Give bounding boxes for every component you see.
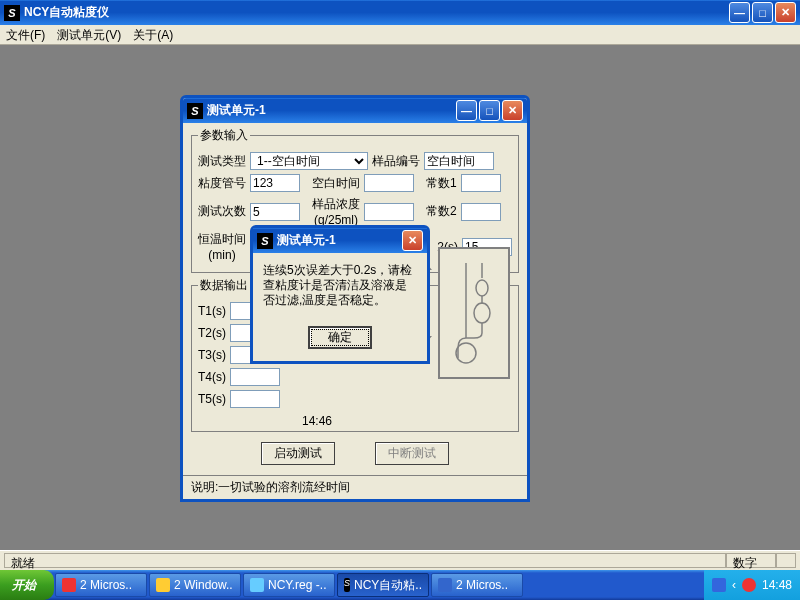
msgbox-ok-button[interactable]: 确定	[308, 326, 372, 349]
message-box: S 测试单元-1 ✕ 连续5次误差大于0.2s，请检查粘度计是否清洁及溶液是否过…	[250, 225, 430, 364]
taskbar-item-5[interactable]: 2 Micros..	[431, 573, 523, 597]
test-count-input[interactable]	[250, 203, 300, 221]
close-button[interactable]: ✕	[775, 2, 796, 23]
svg-point-2	[456, 343, 476, 363]
menu-about[interactable]: 关于(A)	[133, 27, 173, 42]
blank-time-input[interactable]	[364, 174, 414, 192]
menubar: 文件(F) 测试单元(V) 关于(A)	[0, 25, 800, 45]
msgbox-close-button[interactable]: ✕	[402, 230, 423, 251]
status-grip	[776, 553, 796, 568]
label-sample-no: 样品编号	[372, 153, 420, 170]
label-test-count: 测试次数	[198, 203, 246, 220]
menu-file[interactable]: 文件(F)	[6, 27, 45, 42]
child-icon: S	[187, 103, 203, 119]
const1-input[interactable]	[461, 174, 501, 192]
msgbox-icon: S	[257, 233, 273, 249]
tray-chevron-icon[interactable]: ‹	[732, 578, 736, 592]
svg-point-0	[476, 280, 488, 296]
t5-input[interactable]	[230, 390, 280, 408]
status-ready: 就绪	[4, 553, 726, 568]
start-test-button[interactable]: 启动测试	[261, 442, 335, 465]
taskbar-item-3[interactable]: NCY.reg -..	[243, 573, 335, 597]
app-titlebar: S NCY自动粘度仪 — □ ✕	[0, 0, 800, 25]
child-titlebar[interactable]: S 测试单元-1 — □ ✕	[183, 98, 527, 123]
statusbar: 就绪 数字	[0, 550, 800, 570]
msgbox-titlebar[interactable]: S 测试单元-1 ✕	[253, 228, 427, 253]
params-legend: 参数输入	[198, 127, 250, 144]
tray-icon-2[interactable]	[742, 578, 756, 592]
label-bath-time: 恒温时间 (min)	[198, 231, 246, 262]
menu-test-unit[interactable]: 测试单元(V)	[57, 27, 121, 42]
minimize-button[interactable]: —	[729, 2, 750, 23]
sample-no-input[interactable]	[424, 152, 494, 170]
label-const1: 常数1	[426, 175, 457, 192]
label-const2: 常数2	[426, 203, 457, 220]
label-t2: T2(s)	[198, 326, 226, 340]
taskbar-item-2[interactable]: 2 Window..	[149, 573, 241, 597]
taskbar-item-1[interactable]: 2 Micros..	[55, 573, 147, 597]
label-t4: T4(s)	[198, 370, 226, 384]
clock-text: 14:46	[302, 414, 332, 428]
label-conc: 样品浓度 (g/25ml)	[312, 196, 360, 227]
label-t5: T5(s)	[198, 392, 226, 406]
test-type-select[interactable]: 1--空白时间	[250, 152, 368, 170]
msgbox-title: 测试单元-1	[277, 232, 402, 249]
child-title: 测试单元-1	[207, 102, 456, 119]
conc-input[interactable]	[364, 203, 414, 221]
app-title: NCY自动粘度仪	[24, 4, 729, 21]
tray-icon-1[interactable]	[712, 578, 726, 592]
label-t3: T3(s)	[198, 348, 226, 362]
status-numlock: 数字	[726, 553, 776, 568]
app-icon: S	[4, 5, 20, 21]
taskbar: 开始 2 Micros.. 2 Window.. NCY.reg -.. SNC…	[0, 570, 800, 600]
const2-input[interactable]	[461, 203, 501, 221]
child-close-button[interactable]: ✕	[502, 100, 523, 121]
start-button[interactable]: 开始	[0, 570, 54, 600]
label-tube-no: 粘度管号	[198, 175, 246, 192]
maximize-button[interactable]: □	[752, 2, 773, 23]
output-legend: 数据输出	[198, 277, 250, 294]
label-test-type: 测试类型	[198, 153, 246, 170]
child-maximize-button[interactable]: □	[479, 100, 500, 121]
tube-no-input[interactable]	[250, 174, 300, 192]
stop-test-button: 中断测试	[375, 442, 449, 465]
t4-input[interactable]	[230, 368, 280, 386]
tray-clock[interactable]: 14:48	[762, 578, 792, 592]
label-t1: T1(s)	[198, 304, 226, 318]
system-tray[interactable]: ‹ 14:48	[704, 570, 800, 600]
msgbox-text: 连续5次误差大于0.2s，请检查粘度计是否清洁及溶液是否过滤,温度是否稳定。	[253, 253, 427, 318]
label-blank-time: 空白时间	[312, 175, 360, 192]
child-minimize-button[interactable]: —	[456, 100, 477, 121]
svg-point-1	[474, 303, 490, 323]
viscometer-diagram	[439, 248, 509, 378]
taskbar-item-4[interactable]: SNCY自动粘..	[337, 573, 429, 597]
explain-text: 说明:一切试验的溶剂流经时间	[183, 475, 527, 499]
